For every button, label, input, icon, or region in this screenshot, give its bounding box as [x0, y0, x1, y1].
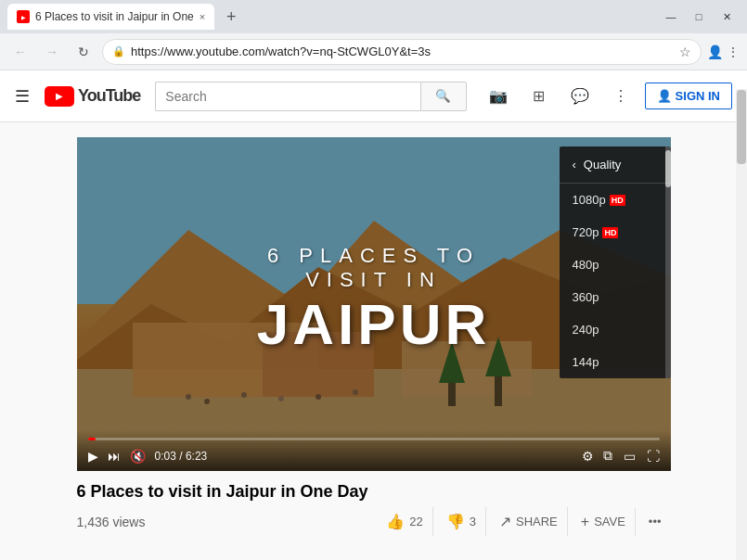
new-tab-button[interactable]: +	[218, 4, 244, 30]
quality-label-480p: 480p	[573, 258, 599, 272]
camera-icon[interactable]: 📷	[482, 80, 515, 113]
quality-option-144p[interactable]: 144p	[560, 346, 671, 378]
time-separator: /	[179, 450, 186, 463]
progress-bar[interactable]	[88, 438, 660, 440]
time-display: 0:03 / 6:23	[155, 450, 208, 463]
youtube-logo[interactable]: YouTube	[45, 86, 140, 107]
star-icon[interactable]: ☆	[679, 45, 691, 59]
video-info: 6 Places to visit in Jaipur in One Day 1…	[77, 471, 671, 547]
time-current: 0:03	[155, 450, 176, 463]
browser-titlebar: 6 Places to visit in Jaipur in One × + —…	[0, 0, 747, 33]
youtube-logo-icon	[45, 86, 74, 107]
address-actions: ☆	[679, 45, 691, 59]
video-stats-row: 1,436 views 👍 22 👎 3 ↗ SHARE	[77, 507, 671, 536]
header-more-icon[interactable]: ⋮	[604, 80, 638, 113]
quality-option-240p[interactable]: 240p	[560, 313, 671, 346]
menu-dots-icon[interactable]: ⋮	[727, 45, 740, 59]
share-icon: ↗	[499, 513, 511, 530]
dislike-count: 3	[470, 515, 476, 528]
youtube-header: ☰ YouTube 🔍 📷 ⊞ 💬 ⋮ 👤 SIGN IN	[0, 70, 747, 122]
video-title: 6 Places to visit in Jaipur in One Day	[77, 482, 671, 502]
quality-option-360p[interactable]: 360p	[560, 281, 671, 313]
youtube-logo-text: YouTube	[78, 86, 140, 106]
browser-right-icons: 👤 ⋮	[707, 45, 740, 59]
quality-menu-title: Quality	[584, 158, 621, 172]
miniplayer-button[interactable]: ⧉	[603, 448, 612, 464]
thumbs-up-icon: 👍	[386, 513, 405, 530]
forward-button[interactable]: →	[39, 39, 65, 65]
window-controls: — □ ✕	[658, 4, 740, 30]
save-button[interactable]: + SAVE	[572, 508, 636, 536]
messages-icon[interactable]: 💬	[563, 80, 597, 113]
quality-label-360p: 360p	[573, 290, 599, 304]
address-bar: ← → ↻ 🔒 https://www.youtube.com/watch?v=…	[0, 33, 747, 70]
maximize-button[interactable]: □	[686, 4, 712, 30]
account-icon[interactable]: 👤	[707, 45, 723, 59]
like-button[interactable]: 👍 22	[377, 507, 432, 536]
view-count: 1,436 views	[77, 515, 146, 529]
tab-close-button[interactable]: ×	[200, 11, 205, 22]
save-label: SAVE	[594, 515, 625, 528]
search-input[interactable]	[155, 82, 419, 111]
quality-menu-scrollbar	[665, 146, 671, 378]
video-subtitle-text: 6 PLACES TO VISIT IN	[225, 244, 522, 292]
settings-button[interactable]: ⚙	[582, 449, 594, 464]
quality-label-144p: 144p	[573, 355, 599, 369]
quality-label-1080p: 1080p	[573, 193, 606, 207]
search-box: 🔍	[155, 82, 466, 111]
tab-favicon-icon	[17, 10, 30, 23]
more-button[interactable]: •••	[639, 509, 671, 534]
quality-option-480p[interactable]: 480p	[560, 248, 671, 281]
share-button[interactable]: ↗ SHARE	[490, 507, 568, 536]
more-dots-icon: •••	[649, 515, 662, 528]
video-controls: ▶ ⏭ 🔇 0:03 / 6:23 ⚙ ⧉ ▭ ⛶	[77, 430, 671, 471]
url-text: https://www.youtube.com/watch?v=nq-StCWG…	[131, 45, 674, 58]
save-icon: +	[581, 514, 589, 530]
minimize-button[interactable]: —	[658, 4, 684, 30]
video-title-text: JAIPUR	[225, 296, 522, 353]
browser-scrollbar[interactable]	[736, 89, 747, 560]
main-content: 6 PLACES TO VISIT IN JAIPUR ‹ Quality 10…	[0, 122, 747, 547]
content-column: 6 PLACES TO VISIT IN JAIPUR ‹ Quality 10…	[77, 137, 671, 547]
refresh-button[interactable]: ↻	[71, 39, 97, 65]
hd-badge-720p: HD	[602, 227, 618, 238]
sign-in-icon: 👤	[657, 89, 672, 103]
quality-label-720p: 720p	[573, 225, 599, 239]
tab-title: 6 Places to visit in Jaipur in One	[35, 10, 194, 23]
mute-button[interactable]: 🔇	[130, 449, 146, 464]
controls-row: ▶ ⏭ 🔇 0:03 / 6:23 ⚙ ⧉ ▭ ⛶	[88, 448, 660, 464]
hd-badge-1080p: HD	[610, 195, 625, 206]
search-button[interactable]: 🔍	[420, 82, 467, 111]
fullscreen-button[interactable]: ⛶	[647, 449, 660, 464]
thumbs-down-icon: 👎	[446, 513, 465, 530]
sign-in-button[interactable]: 👤 SIGN IN	[645, 83, 732, 109]
share-label: SHARE	[516, 515, 558, 528]
video-player[interactable]: 6 PLACES TO VISIT IN JAIPUR ‹ Quality 10…	[77, 137, 671, 471]
header-actions: 📷 ⊞ 💬 ⋮ 👤 SIGN IN	[482, 80, 732, 113]
quality-scrollbar-thumb	[665, 150, 671, 187]
video-text-overlay: 6 PLACES TO VISIT IN JAIPUR	[225, 244, 522, 353]
action-buttons: 👍 22 👎 3 ↗ SHARE + SAV	[377, 507, 670, 536]
play-button[interactable]: ▶	[88, 449, 98, 464]
hamburger-menu-icon[interactable]: ☰	[15, 86, 30, 107]
close-button[interactable]: ✕	[714, 4, 740, 30]
lock-icon: 🔒	[112, 45, 125, 57]
back-button[interactable]: ←	[7, 39, 33, 65]
dislike-button[interactable]: 👎 3	[437, 507, 486, 536]
next-button[interactable]: ⏭	[108, 449, 121, 464]
time-total: 6:23	[186, 450, 207, 463]
browser-scrollbar-thumb	[737, 90, 746, 164]
quality-back-arrow-icon: ‹	[573, 158, 576, 172]
quality-menu-header[interactable]: ‹ Quality	[560, 146, 671, 184]
theater-button[interactable]: ▭	[624, 449, 636, 464]
apps-grid-icon[interactable]: ⊞	[522, 80, 556, 113]
quality-option-1080p[interactable]: 1080pHD	[560, 184, 671, 216]
sign-in-label: SIGN IN	[676, 89, 720, 103]
browser-tab[interactable]: 6 Places to visit in Jaipur in One ×	[7, 4, 214, 30]
quality-option-720p[interactable]: 720pHD	[560, 216, 671, 248]
like-count: 22	[409, 515, 422, 528]
quality-label-240p: 240p	[573, 323, 599, 337]
progress-filled	[88, 438, 96, 440]
quality-menu: ‹ Quality 1080pHD 720pHD 480p 360p	[560, 146, 671, 378]
address-box[interactable]: 🔒 https://www.youtube.com/watch?v=nq-StC…	[102, 39, 702, 65]
